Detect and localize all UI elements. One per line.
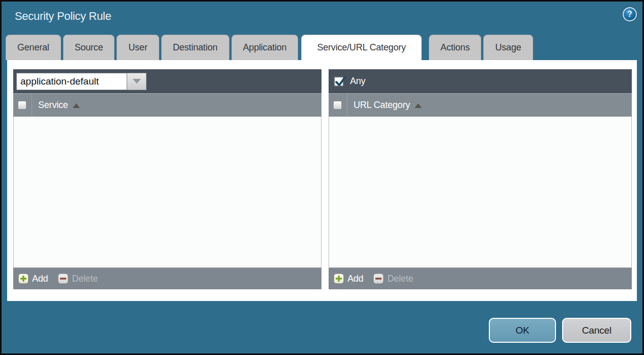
tab-service-url-category[interactable]: Service/URL Category [301,35,421,60]
column-divider [347,94,347,117]
dialog-title: Security Policy Rule [15,10,111,23]
url-category-table-header: URL Category [329,93,632,117]
url-category-panel: Any URL Category Add [329,69,632,289]
url-category-column-label: URL Category [354,100,410,111]
tab-destination[interactable]: Destination [161,35,229,60]
service-type-input[interactable] [16,73,127,90]
url-category-select-all-checkbox[interactable] [333,101,342,110]
tab-strip: General Source User Destination Applicat… [6,35,535,60]
sort-asc-icon [73,103,80,108]
any-checkbox[interactable] [334,76,344,87]
service-select-all-checkbox[interactable] [18,101,26,110]
service-type-dropdown-button[interactable] [127,73,147,90]
minus-icon [373,274,384,284]
url-category-delete-label: Delete [387,274,413,284]
service-table-body [13,117,321,267]
service-table-footer: Add Delete [13,267,321,289]
service-table-header: Service [13,93,321,117]
any-label: Any [350,76,365,87]
tab-actions[interactable]: Actions [429,35,482,60]
tab-source[interactable]: Source [63,35,115,60]
tab-usage[interactable]: Usage [483,35,533,60]
column-divider [32,94,32,117]
url-category-add-button[interactable]: Add [334,274,363,284]
cancel-button[interactable]: Cancel [562,318,631,343]
url-category-table-body [329,117,632,267]
tab-application[interactable]: Application [231,35,299,60]
tab-user[interactable]: User [116,35,159,60]
url-category-toolbar: Any [329,69,632,93]
service-column-label: Service [38,100,68,111]
service-add-button[interactable]: Add [18,274,48,284]
chevron-down-icon [133,79,141,84]
tab-general[interactable]: General [6,35,61,60]
plus-icon [18,274,28,284]
service-type-combobox [16,73,147,90]
service-delete-label: Delete [72,274,98,284]
service-toolbar [13,69,321,93]
help-icon[interactable]: ? [623,7,637,21]
url-category-column-sort[interactable]: URL Category [354,100,422,111]
checkmark-icon [334,75,347,89]
url-category-table-footer: Add Delete [329,267,632,289]
service-add-label: Add [32,274,48,284]
plus-icon [334,274,344,284]
service-delete-button[interactable]: Delete [58,274,98,284]
url-category-delete-button[interactable]: Delete [373,274,413,284]
sort-asc-icon [415,103,422,108]
tab-content: Service Add Delete [7,60,637,301]
security-policy-rule-dialog: Security Policy Rule ? General Source Us… [0,0,644,355]
url-category-add-label: Add [347,274,363,284]
minus-icon [58,274,68,284]
service-panel: Service Add Delete [13,69,321,289]
service-column-sort[interactable]: Service [38,100,80,111]
ok-button[interactable]: OK [489,318,556,343]
